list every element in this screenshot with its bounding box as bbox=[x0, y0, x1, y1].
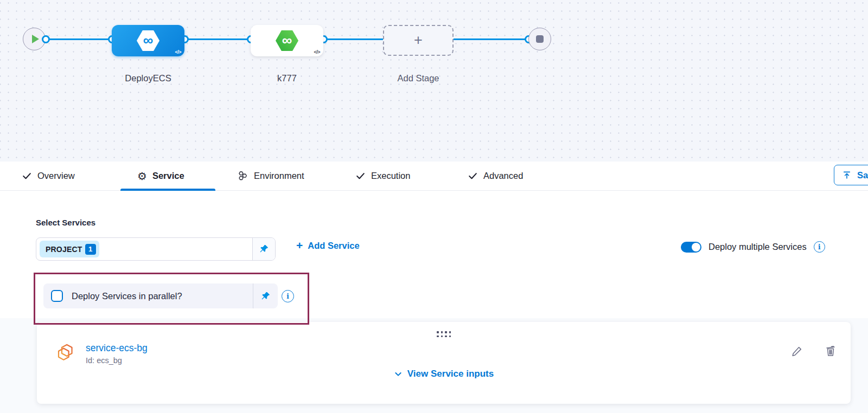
service-tab-panel: Select Services PROJECT 1 + Add Service … bbox=[0, 191, 868, 413]
add-stage-label: Add Stage bbox=[383, 73, 454, 83]
pin-toggle-button[interactable] bbox=[253, 283, 278, 308]
service-id-label: Id: ecs_bg bbox=[86, 356, 148, 365]
edit-service-button[interactable] bbox=[790, 344, 804, 358]
pencil-icon bbox=[790, 344, 804, 358]
pin-icon bbox=[259, 244, 269, 254]
code-badge-icon: </> bbox=[175, 49, 181, 55]
deploy-multiple-row: Deploy multiple Services i bbox=[681, 241, 825, 253]
stage-node-deployecs[interactable]: ∞ </> bbox=[112, 25, 184, 56]
plus-icon: + bbox=[414, 32, 423, 49]
connector-dot bbox=[42, 35, 50, 43]
tab-advanced[interactable]: Advanced bbox=[468, 162, 523, 190]
info-icon[interactable]: i bbox=[282, 290, 294, 302]
view-service-inputs-link[interactable]: View Service inputs bbox=[37, 369, 851, 379]
tab-service[interactable]: ⚙ Service bbox=[137, 162, 184, 190]
chip-label: PROJECT bbox=[46, 245, 82, 254]
tab-label: Overview bbox=[37, 171, 75, 181]
stage-label-k777: k777 bbox=[251, 73, 323, 83]
deploy-multiple-label: Deploy multiple Services bbox=[709, 242, 807, 252]
stage-label-deployecs: DeployECS bbox=[112, 73, 184, 83]
add-service-button[interactable]: + Add Service bbox=[296, 241, 360, 251]
hexagon-cluster-icon bbox=[237, 170, 248, 182]
stop-icon bbox=[536, 35, 544, 43]
save-button-label: Save bbox=[857, 170, 868, 180]
trash-icon bbox=[824, 344, 837, 357]
service-hexagon-icon bbox=[53, 341, 76, 365]
check-icon bbox=[355, 171, 366, 181]
save-button[interactable]: Save bbox=[834, 165, 868, 185]
toggle-knob bbox=[692, 243, 700, 251]
tab-label: Service bbox=[152, 171, 184, 181]
drag-handle[interactable] bbox=[437, 331, 451, 337]
service-row: service-ecs-bg Id: ecs_bg bbox=[53, 341, 148, 365]
tab-label: Execution bbox=[371, 171, 410, 181]
play-icon bbox=[32, 35, 39, 43]
service-card: service-ecs-bg Id: ecs_bg bbox=[37, 322, 851, 404]
deploy-parallel-checkbox[interactable] bbox=[51, 290, 63, 302]
plus-icon: + bbox=[296, 240, 303, 251]
check-icon bbox=[468, 171, 478, 181]
chip-count-badge: 1 bbox=[85, 244, 96, 255]
chip-zone[interactable]: PROJECT 1 bbox=[36, 238, 252, 260]
harness-cd-icon: ∞ bbox=[276, 30, 298, 51]
gear-icon: ⚙ bbox=[137, 171, 147, 182]
deploy-multiple-toggle[interactable] bbox=[681, 242, 701, 253]
tab-label: Environment bbox=[254, 171, 304, 181]
info-glyph: i bbox=[286, 293, 289, 300]
pin-icon bbox=[260, 291, 271, 301]
tab-environment[interactable]: Environment bbox=[237, 162, 304, 190]
chevron-down-icon bbox=[394, 370, 403, 378]
upload-icon bbox=[842, 170, 852, 180]
service-select-input[interactable]: PROJECT 1 bbox=[36, 237, 276, 261]
pipeline-studio-screen: ∞ </> ∞ </> + DeployECS k777 Add Stage O… bbox=[0, 0, 868, 413]
tab-overview[interactable]: Overview bbox=[22, 162, 75, 190]
stage-node-k777[interactable]: ∞ </> bbox=[251, 25, 323, 56]
pin-toggle-button[interactable] bbox=[252, 238, 275, 260]
add-stage-button[interactable]: + bbox=[383, 25, 454, 56]
harness-cd-icon: ∞ bbox=[137, 30, 159, 51]
tab-label: Advanced bbox=[483, 171, 523, 181]
pipeline-canvas[interactable]: ∞ </> ∞ </> + DeployECS k777 Add Stage bbox=[0, 0, 868, 162]
service-name-link[interactable]: service-ecs-bg bbox=[86, 343, 148, 354]
service-texts: service-ecs-bg Id: ecs_bg bbox=[86, 343, 148, 365]
deploy-parallel-label: Deploy Services in parallel? bbox=[72, 291, 253, 301]
deploy-parallel-field: Deploy Services in parallel? bbox=[43, 283, 278, 308]
stage-config-tabbar: Overview ⚙ Service Environment Execution bbox=[0, 162, 868, 191]
select-services-label: Select Services bbox=[36, 218, 95, 227]
delete-service-button[interactable] bbox=[824, 344, 838, 358]
infinity-glyph: ∞ bbox=[282, 33, 292, 47]
info-glyph: i bbox=[818, 243, 821, 251]
check-icon bbox=[22, 171, 32, 181]
infinity-glyph: ∞ bbox=[143, 33, 154, 47]
project-scope-chip[interactable]: PROJECT 1 bbox=[40, 241, 99, 257]
pipeline-end-node bbox=[528, 28, 551, 50]
add-service-label: Add Service bbox=[308, 241, 359, 251]
info-icon[interactable]: i bbox=[814, 241, 825, 253]
view-inputs-label: View Service inputs bbox=[407, 369, 494, 379]
code-badge-icon: </> bbox=[314, 49, 320, 55]
tab-execution[interactable]: Execution bbox=[355, 162, 410, 190]
